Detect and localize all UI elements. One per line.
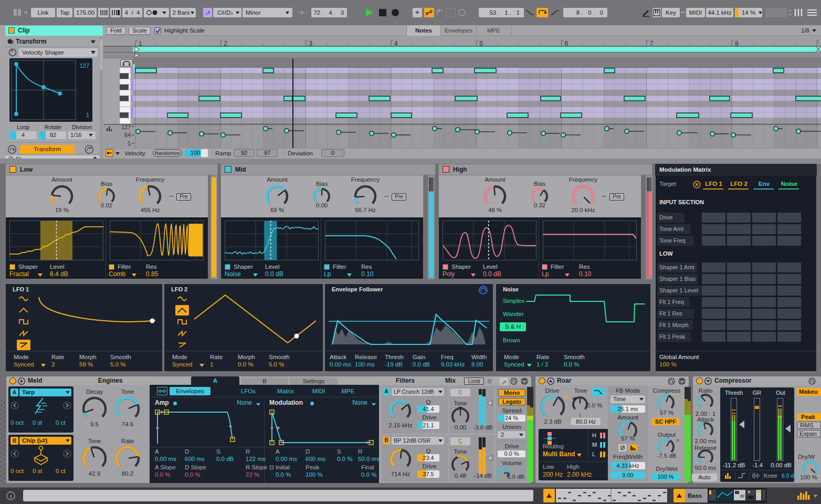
svg-text:127: 127 <box>121 124 131 130</box>
svg-text:3: 3 <box>309 40 313 46</box>
svg-text:2: 2 <box>224 40 227 46</box>
svg-text:1: 1 <box>86 112 89 118</box>
svg-text:7: 7 <box>650 40 654 46</box>
svg-text:1: 1 <box>128 140 131 146</box>
svg-text:6: 6 <box>565 40 569 46</box>
svg-text:8: 8 <box>735 40 739 46</box>
svg-text:4: 4 <box>394 40 398 46</box>
svg-text:64: 64 <box>124 132 131 138</box>
svg-text:i: i <box>10 493 12 499</box>
svg-text:5: 5 <box>479 40 483 46</box>
svg-text:127: 127 <box>80 62 89 69</box>
svg-text:1: 1 <box>139 40 142 46</box>
